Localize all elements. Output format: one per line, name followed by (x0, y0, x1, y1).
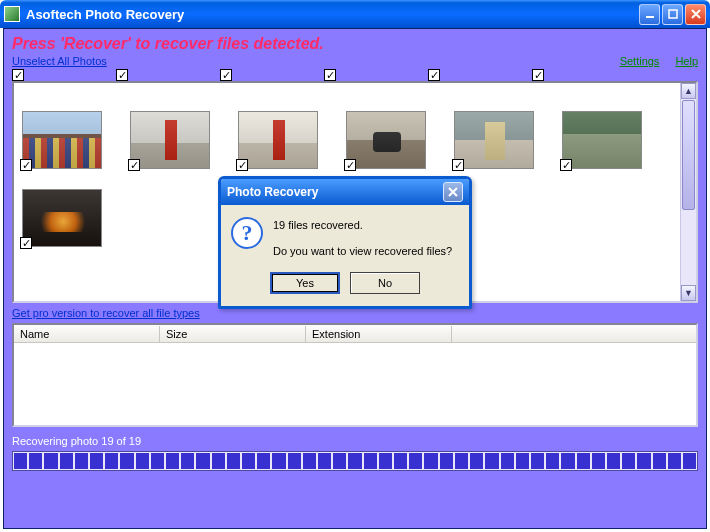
settings-link[interactable]: Settings (620, 55, 660, 67)
progress-segment (607, 453, 620, 469)
progress-segment (455, 453, 468, 469)
progress-bar (12, 451, 698, 471)
dialog-message: 19 files recovered. Do you want to view … (273, 217, 452, 260)
thumbnail-item[interactable]: ✓ (22, 189, 102, 247)
window-title: Asoftech Photo Recovery (26, 7, 637, 22)
progress-segment (653, 453, 666, 469)
close-button[interactable] (685, 4, 706, 25)
thumbnail-item[interactable]: ✓ (562, 111, 642, 169)
progress-segment (105, 453, 118, 469)
question-icon: ? (231, 217, 263, 249)
thumbnail-checkbox[interactable]: ✓ (452, 159, 464, 171)
svg-rect-1 (669, 10, 677, 18)
dialog-line2: Do you want to view recovered files? (273, 243, 452, 261)
progress-segment (181, 453, 194, 469)
no-button[interactable]: No (350, 272, 420, 294)
progress-segment (409, 453, 422, 469)
column-checkbox[interactable]: ✓ (116, 69, 128, 81)
thumbnail-checkbox[interactable]: ✓ (20, 237, 32, 249)
progress-segment (394, 453, 407, 469)
instruction-text: Press 'Recover' to recover files detecte… (12, 35, 698, 53)
progress-segment (151, 453, 164, 469)
thumbnail-checkbox[interactable]: ✓ (236, 159, 248, 171)
photo-thumbnail (454, 111, 534, 169)
progress-segment (272, 453, 285, 469)
column-header-name[interactable]: Name (14, 326, 160, 342)
dialog-line1: 19 files recovered. (273, 217, 452, 235)
photo-thumbnail (346, 111, 426, 169)
scrollbar-thumb[interactable] (682, 100, 695, 210)
recovery-complete-dialog: Photo Recovery ? 19 files recovered. Do … (218, 176, 472, 309)
column-checkbox[interactable]: ✓ (220, 69, 232, 81)
column-checkbox[interactable]: ✓ (428, 69, 440, 81)
progress-segment (668, 453, 681, 469)
yes-button[interactable]: Yes (270, 272, 340, 294)
app-icon (4, 6, 20, 22)
progress-segment (516, 453, 529, 469)
thumbnail-checkbox[interactable]: ✓ (344, 159, 356, 171)
progress-segment (196, 453, 209, 469)
photo-thumbnail (22, 111, 102, 169)
minimize-button[interactable] (639, 4, 660, 25)
photo-thumbnail (238, 111, 318, 169)
progress-segment (120, 453, 133, 469)
thumbnail-item[interactable]: ✓ (454, 111, 534, 169)
thumbnail-checkbox[interactable]: ✓ (20, 159, 32, 171)
progress-segment (348, 453, 361, 469)
thumbnail-checkbox[interactable]: ✓ (560, 159, 572, 171)
progress-segment (683, 453, 696, 469)
maximize-button[interactable] (662, 4, 683, 25)
dialog-close-button[interactable] (443, 182, 463, 202)
photo-thumbnail (22, 189, 102, 247)
progress-segment (470, 453, 483, 469)
progress-segment (212, 453, 225, 469)
status-text: Recovering photo 19 of 19 (12, 435, 698, 447)
dialog-title-bar[interactable]: Photo Recovery (221, 179, 469, 205)
thumbnail-item[interactable]: ✓ (238, 111, 318, 169)
unselect-all-link[interactable]: Unselect All Photos (12, 55, 107, 67)
table-header: Name Size Extension (14, 325, 696, 343)
progress-segment (546, 453, 559, 469)
progress-segment (257, 453, 270, 469)
title-bar: Asoftech Photo Recovery (0, 0, 710, 28)
progress-segment (303, 453, 316, 469)
scroll-down-button[interactable]: ▼ (681, 285, 696, 301)
column-checkbox[interactable]: ✓ (324, 69, 336, 81)
progress-segment (592, 453, 605, 469)
column-checkbox[interactable]: ✓ (12, 69, 24, 81)
column-checkbox[interactable]: ✓ (532, 69, 544, 81)
progress-segment (44, 453, 57, 469)
thumbnail-item[interactable]: ✓ (22, 111, 102, 169)
progress-segment (288, 453, 301, 469)
header-check-row: ✓ ✓ ✓ ✓ ✓ ✓ (12, 69, 698, 81)
progress-segment (242, 453, 255, 469)
progress-segment (364, 453, 377, 469)
thumbnail-checkbox[interactable]: ✓ (128, 159, 140, 171)
dialog-title: Photo Recovery (227, 185, 443, 199)
progress-segment (90, 453, 103, 469)
progress-segment (485, 453, 498, 469)
progress-segment (60, 453, 73, 469)
thumbnail-item[interactable]: ✓ (130, 111, 210, 169)
progress-segment (577, 453, 590, 469)
vertical-scrollbar[interactable]: ▲ ▼ (680, 83, 696, 301)
column-header-size[interactable]: Size (160, 326, 306, 342)
top-link-bar: Unselect All Photos Settings Help (12, 55, 698, 67)
photo-thumbnail (130, 111, 210, 169)
progress-segment (29, 453, 42, 469)
help-link[interactable]: Help (675, 55, 698, 67)
progress-segment (227, 453, 240, 469)
photo-thumbnail (562, 111, 642, 169)
progress-segment (166, 453, 179, 469)
thumbnail-item[interactable]: ✓ (346, 111, 426, 169)
column-header-extension[interactable]: Extension (306, 326, 452, 342)
svg-rect-0 (646, 16, 654, 18)
progress-segment (136, 453, 149, 469)
column-header-blank (452, 332, 696, 336)
progress-segment (440, 453, 453, 469)
scroll-up-button[interactable]: ▲ (681, 83, 696, 99)
progress-segment (531, 453, 544, 469)
progress-segment (561, 453, 574, 469)
progress-segment (424, 453, 437, 469)
pro-version-link[interactable]: Get pro version to recover all file type… (12, 307, 200, 319)
